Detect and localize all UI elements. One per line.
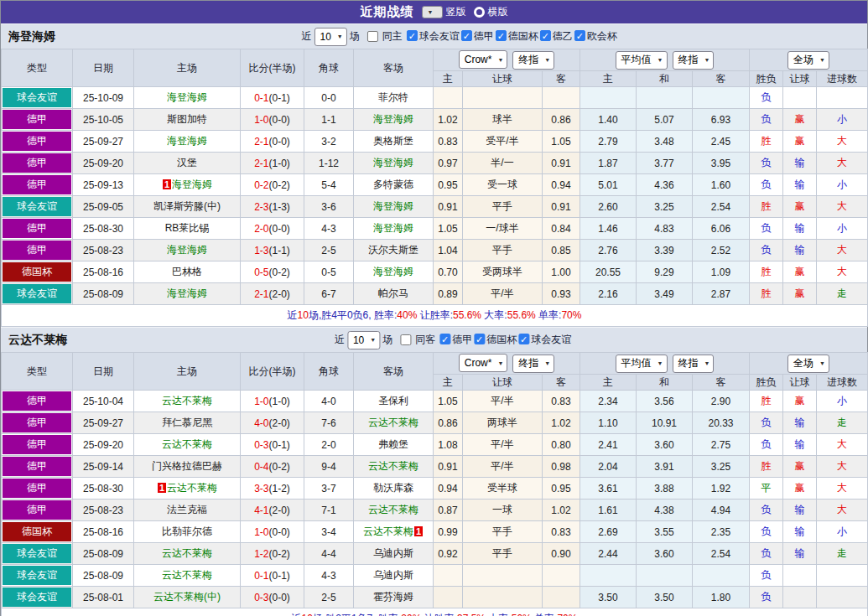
final-odds-select-b[interactable]: 终指 <box>512 355 554 373</box>
team-name-text: 海登海姆 <box>373 266 413 277</box>
match-date-cell: 25-10-04 <box>73 391 134 412</box>
summary-text: 37.5% <box>457 613 486 616</box>
league-checkbox-label: 德国杯 <box>508 30 538 42</box>
summary-text: 大率: <box>486 613 512 616</box>
score-cell: 2-0(0-0) <box>241 218 304 240</box>
avg-home-odds-cell: 1.61 <box>580 500 637 521</box>
score-cell: 1-3(1-1) <box>241 240 304 261</box>
wdl-result-cell: 胜 <box>750 261 783 283</box>
league-checkbox[interactable] <box>518 334 529 344</box>
wdl-result-cell: 负 <box>750 521 783 543</box>
league-checkbox[interactable] <box>574 30 585 41</box>
match-type-tag: 球会友谊 <box>3 588 71 607</box>
league-checkbox[interactable] <box>540 30 551 41</box>
avg-home-odds-cell: 2.69 <box>580 521 637 543</box>
crow-home-odds-cell: 1.08 <box>434 434 463 456</box>
layout-vertical-option[interactable]: 竖版 <box>422 5 466 19</box>
layout-horizontal-option[interactable]: 横版 <box>474 5 508 19</box>
crow-home-odds-cell: 1.04 <box>434 240 463 261</box>
crow-handicap-cell: 球半 <box>463 109 543 131</box>
league-checkbox-label: 德甲 <box>452 334 472 345</box>
fulltime-select-b[interactable]: 全场 <box>787 355 829 373</box>
average-odds-select-b[interactable]: 平均值 <box>616 355 668 373</box>
odds-source-select[interactable]: Crow* <box>459 50 508 69</box>
avg-draw-odds-cell: 9.29 <box>637 261 693 283</box>
match-date-cell: 25-08-01 <box>73 587 134 608</box>
match-row: 德甲25-09-20云达不莱梅0-3(0-1)2-0弗赖堡1.08平/半0.80… <box>2 434 868 456</box>
radio-unselected-icon[interactable] <box>474 7 485 18</box>
team-name-text: 沃尔夫斯堡 <box>368 244 418 256</box>
match-type-cell: 球会友谊 <box>2 565 73 587</box>
team-name-text: 弗赖堡 <box>378 438 408 450</box>
fulltime-select[interactable]: 全场 <box>787 51 829 70</box>
score-cell: 0-4(0-2) <box>241 456 304 478</box>
handicap-result-cell: 赢 <box>783 283 817 305</box>
wdl-result-cell: 负 <box>750 218 783 240</box>
final-odds-select-2b[interactable]: 终指 <box>673 355 715 373</box>
home-team-cell: 云达不莱梅 <box>134 391 241 412</box>
team2-league-checklist: 德甲德国杯球会友谊 <box>438 333 571 347</box>
crow-home-odds-cell: 0.91 <box>434 456 463 478</box>
crow-away-odds-cell: 0.90 <box>543 543 580 565</box>
corners-cell: 4-3 <box>304 565 354 587</box>
home-team-cell: 斯图加特 <box>134 109 241 131</box>
match-type-tag: 球会友谊 <box>3 197 71 216</box>
match-count-select-2[interactable]: 10 <box>347 331 380 349</box>
final-odds-select[interactable]: 终指 <box>512 51 554 70</box>
match-type-tag: 德国杯 <box>3 522 71 541</box>
crow-away-odds-cell: 1.00 <box>543 261 580 283</box>
team2-filters: 近 10 场 同客 德甲德国杯球会友谊 <box>335 331 571 349</box>
goals-result-cell: 小 <box>817 391 868 412</box>
away-team-cell: 云达不莱梅1 <box>354 521 434 543</box>
match-count-select[interactable]: 10 <box>314 28 346 46</box>
final-odds-select-2[interactable]: 终指 <box>673 51 715 70</box>
away-team-cell: 多特蒙德 <box>354 174 434 196</box>
crow-handicap-cell: 平手 <box>463 240 543 261</box>
section-header-team1: 海登海姆 近 10 场 同主 球会友谊德甲德国杯德乙欧会杯 <box>1 23 867 49</box>
goals-result-cell: 走 <box>817 412 868 434</box>
average-odds-select[interactable]: 平均值 <box>616 51 668 70</box>
match-row: 德甲25-09-14门兴格拉德巴赫0-4(0-2)9-4云达不莱梅0.91平/半… <box>2 456 868 478</box>
avg-away-odds-cell: 2.52 <box>693 240 750 261</box>
match-row: 德甲25-08-30RB莱比锡2-0(0-0)4-3海登海姆1.05一/球半0.… <box>2 218 868 240</box>
handicap-result-cell: 输 <box>783 240 817 261</box>
handicap-result-cell: 赢 <box>783 109 817 131</box>
score-cell: 2-1(1-0) <box>241 153 304 174</box>
team-name-text: 海登海姆 <box>167 287 207 299</box>
league-checkbox[interactable] <box>461 30 472 41</box>
same-away-checkbox[interactable] <box>400 334 411 345</box>
avg-draw-odds-cell: 10.91 <box>637 412 693 434</box>
same-home-checkbox[interactable] <box>367 31 378 42</box>
match-row: 球会友谊25-08-01云达不莱梅(中)0-3(0-0)2-5霍芬海姆3.503… <box>2 587 868 608</box>
team-name-text: 法兰克福 <box>167 504 207 515</box>
team-name-text: 奥格斯堡 <box>373 135 413 147</box>
match-type-tag: 德甲 <box>3 500 71 520</box>
avg-draw-odds-cell: 3.60 <box>637 543 693 565</box>
crow-away-odds-cell: 0.94 <box>543 174 580 196</box>
col-crow-home: 主 <box>434 375 463 391</box>
crow-away-odds-cell <box>543 587 580 608</box>
league-checkbox[interactable] <box>474 334 485 344</box>
league-checkbox[interactable] <box>496 30 507 41</box>
league-checkbox-label: 德国杯 <box>486 334 517 345</box>
league-checkbox-label: 球会友谊 <box>419 30 460 42</box>
radio-selected-icon[interactable] <box>422 6 443 18</box>
team1-matches-table: 类型 日期 主场 比分(半场) 角球 客场 Crow*终指 平均值终指 全场 主… <box>1 49 868 327</box>
league-checkbox[interactable] <box>439 334 450 344</box>
league-checkbox-label: 德乙 <box>553 30 573 42</box>
team-name-text: 云达不莱梅 <box>363 525 413 537</box>
red-card-badge: 1 <box>414 526 423 536</box>
handicap-result-cell: 赢 <box>783 196 817 218</box>
crow-home-odds-cell: 0.86 <box>434 412 463 434</box>
summary-text: 40% <box>397 309 417 321</box>
avg-away-odds-cell: 3.95 <box>693 153 750 174</box>
league-checkbox[interactable] <box>407 30 418 41</box>
match-date-cell: 25-08-09 <box>73 565 134 587</box>
away-team-cell: 弗赖堡 <box>354 434 434 456</box>
score-cell: 0-3(0-1) <box>241 434 304 456</box>
match-row: 球会友谊25-08-09云达不莱梅0-1(0-1)4-3乌迪内斯负 <box>2 565 868 587</box>
crow-select-group: Crow*终指 <box>434 49 580 71</box>
match-type-cell: 球会友谊 <box>2 587 73 608</box>
crow-away-odds-cell <box>543 565 580 587</box>
odds-source-select-b[interactable]: Crow* <box>459 354 508 372</box>
